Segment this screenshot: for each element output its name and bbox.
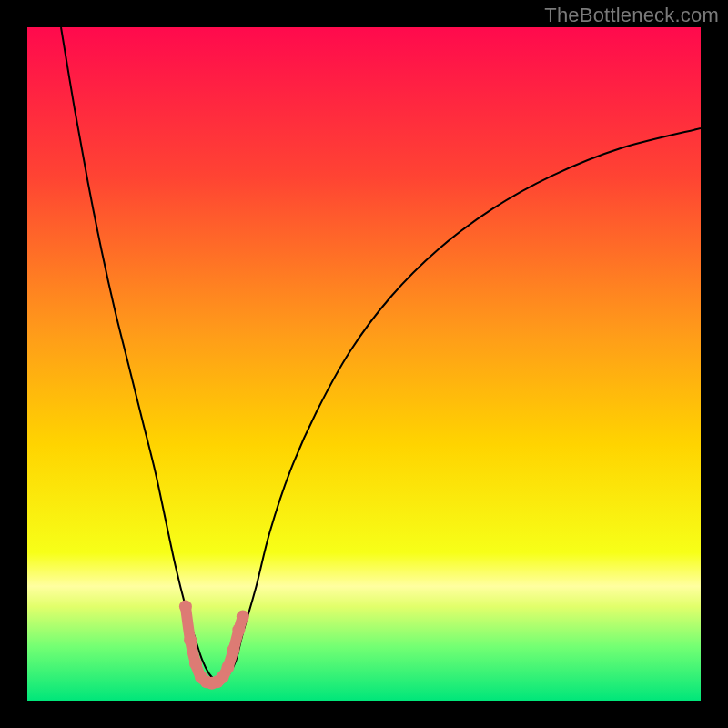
chart-frame: TheBottleneck.com [0,0,728,728]
watermark-text: TheBottleneck.com [544,4,719,27]
plot-svg [27,27,701,701]
svg-point-10 [232,623,245,636]
svg-point-2 [189,657,202,670]
svg-point-1 [184,633,197,646]
svg-point-9 [227,644,239,657]
svg-point-0 [179,600,192,612]
plot-area [27,27,701,701]
svg-point-11 [237,611,249,623]
svg-point-8 [222,661,235,673]
